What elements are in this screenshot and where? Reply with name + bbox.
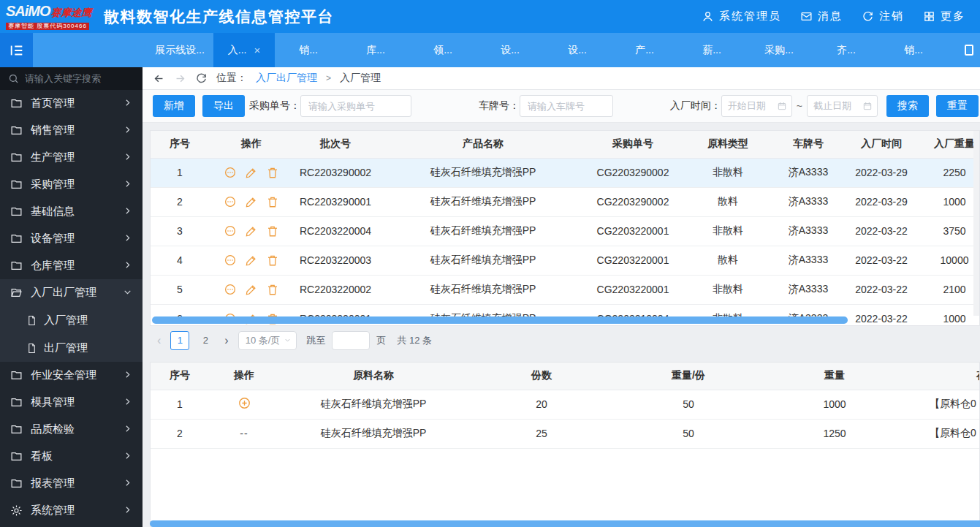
page-size-select[interactable]: 10 条/页 (238, 331, 297, 350)
comment-icon[interactable] (224, 224, 237, 238)
table-row[interactable]: 3 RC2203220004 硅灰石纤维填充增强PP CG2203220001 … (151, 216, 980, 246)
folder-icon (10, 450, 23, 463)
delete-icon[interactable] (266, 195, 279, 208)
chevron-right-icon (123, 232, 132, 245)
search-button[interactable]: 搜索 (886, 95, 929, 117)
mail-icon (800, 10, 813, 23)
user-menu[interactable]: 系统管理员 (702, 10, 781, 23)
tab-sales[interactable]: 销... (275, 33, 342, 67)
edit-icon[interactable] (245, 283, 258, 296)
edit-icon[interactable] (245, 166, 258, 179)
plate-input[interactable] (520, 95, 613, 117)
tab-purchase[interactable]: 采购... (745, 33, 813, 67)
chevron-right-icon (123, 450, 132, 463)
tab-equipment-2[interactable]: 设... (544, 33, 611, 67)
comment-icon[interactable] (224, 283, 237, 296)
next-page-arrow[interactable]: › (221, 334, 231, 347)
search-input[interactable] (25, 73, 143, 84)
bottom-horizontal-scrollbar[interactable] (150, 520, 980, 527)
tab-qi[interactable]: 齐... (813, 33, 880, 67)
table-row[interactable]: 5 RC2203220002 硅灰石纤维填充增强PP CG2203220001 … (151, 275, 980, 304)
more-button[interactable]: 更多 (923, 10, 965, 23)
breadcrumb-label: 位置： (216, 72, 247, 85)
sidebar-subitem-out-factory[interactable]: 出厂管理 (0, 334, 143, 362)
col-actions: 操作 (209, 131, 294, 158)
sidebar-item-work-safety[interactable]: 作业安全管理 (0, 362, 143, 389)
table-row[interactable]: 2 -- 硅灰石纤维填充增强PP 25 50 1250 【原料仓0 (151, 419, 980, 448)
file-icon (26, 315, 37, 326)
edit-icon[interactable] (245, 224, 258, 238)
end-date-input[interactable]: 截止日期 (807, 95, 878, 117)
back-icon[interactable] (153, 72, 165, 85)
forward-icon[interactable] (174, 72, 186, 85)
col-index: 序号 (151, 363, 209, 390)
chevron-right-icon (123, 477, 132, 490)
sidebar-item-equipment[interactable]: 设备管理 (0, 225, 143, 252)
comment-icon[interactable] (224, 166, 237, 179)
messages-label: 消息 (818, 10, 843, 23)
jump-page-input[interactable] (332, 331, 370, 350)
partial-tab-icon[interactable] (965, 45, 973, 56)
page-title: 散料数智化生产线信息管控平台 (104, 7, 334, 27)
page-button-1[interactable]: 1 (170, 331, 189, 350)
delete-icon[interactable] (266, 224, 279, 238)
folder-icon (10, 97, 23, 110)
refresh-icon[interactable] (195, 72, 208, 85)
horizontal-scrollbar[interactable] (152, 316, 848, 324)
start-date-input[interactable]: 开始日期 (721, 95, 792, 117)
sidebar-item-mold[interactable]: 模具管理 (0, 389, 143, 416)
sidebar-item-home[interactable]: 首页管理 (0, 90, 143, 117)
sidebar-item-system[interactable]: 系统管理 (0, 497, 143, 524)
tab-in-factory-active[interactable]: 入... × (213, 33, 275, 67)
comment-icon[interactable] (224, 195, 237, 208)
location-cell: 【原料仓0 (908, 419, 980, 448)
edit-icon[interactable] (245, 195, 258, 208)
topbar-actions: 系统管理员 消息 注销 更多 (702, 10, 965, 23)
tab-close-icon[interactable]: × (254, 44, 260, 56)
sidebar-search[interactable] (0, 67, 143, 90)
sidebar-item-warehouse[interactable]: 仓库管理 (0, 252, 143, 279)
sidebar-item-sales[interactable]: 销售管理 (0, 117, 143, 144)
tab-picking[interactable]: 领... (409, 33, 476, 67)
tab-equipment-1[interactable]: 设... (476, 33, 544, 67)
expand-plus-icon[interactable] (238, 401, 251, 412)
page-button-2[interactable]: 2 (196, 331, 215, 350)
delete-icon[interactable] (266, 254, 279, 267)
sidebar-item-basic-info[interactable]: 基础信息 (0, 198, 143, 225)
reset-button[interactable]: 重置 (936, 95, 979, 117)
sidebar-item-reports[interactable]: 报表管理 (0, 470, 143, 497)
table-row[interactable]: 2 RC2203290001 硅灰石纤维填充增强PP CG2203290002 … (151, 187, 980, 216)
delete-icon[interactable] (266, 283, 279, 296)
edit-icon[interactable] (245, 254, 258, 267)
logout-button[interactable]: 注销 (862, 10, 904, 23)
tab-inventory[interactable]: 库... (342, 33, 409, 67)
tab-salary[interactable]: 薪... (678, 33, 745, 67)
folder-icon (10, 124, 23, 137)
file-icon (26, 343, 37, 354)
sidebar-subitem-in-factory[interactable]: 入厂管理 (0, 306, 143, 334)
sidebar-item-inout-factory[interactable]: 入厂出厂管理 (0, 279, 143, 306)
delete-icon[interactable] (266, 166, 279, 179)
sidebar-item-production[interactable]: 生产管理 (0, 144, 143, 171)
chevron-right-icon (123, 423, 132, 436)
vertical-scrollbar-track[interactable] (973, 131, 979, 316)
prev-page-arrow[interactable]: ‹ (154, 334, 164, 347)
tab-sales-2[interactable]: 销... (880, 33, 947, 67)
col-po-no: 采购单号 (589, 131, 677, 158)
table-row[interactable]: 4 RC2203220003 硅灰石纤维填充增强PP CG2203220001 … (151, 246, 980, 275)
add-button[interactable]: 新增 (153, 95, 195, 117)
collapse-menu-icon (9, 42, 25, 58)
breadcrumb-parent-link[interactable]: 入厂出厂管理 (256, 72, 317, 85)
sidebar-item-quality[interactable]: 品质检验 (0, 416, 143, 443)
sidebar-item-purchase[interactable]: 采购管理 (0, 171, 143, 198)
tab-production[interactable]: 产... (611, 33, 678, 67)
sidebar-item-kanban[interactable]: 看板 (0, 443, 143, 470)
export-button[interactable]: 导出 (202, 95, 245, 117)
comment-icon[interactable] (224, 254, 237, 267)
table-row[interactable]: 1 硅灰石纤维填充增强PP 20 50 1000 【原料仓0 (151, 390, 980, 419)
po-input[interactable] (300, 95, 411, 117)
tab-display-line[interactable]: 展示线设... (146, 33, 213, 67)
sidebar-collapse-button[interactable] (0, 33, 33, 67)
messages-button[interactable]: 消息 (800, 10, 843, 23)
table-row[interactable]: 1 RC2203290002 硅灰石纤维填充增强PP CG2203290002 … (151, 158, 980, 187)
